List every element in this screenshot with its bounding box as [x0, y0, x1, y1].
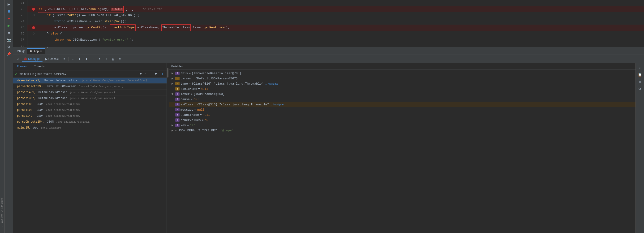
menu-button[interactable]: ≡ — [62, 56, 67, 62]
var-item-othervalues[interactable]: f otherValues = null — [169, 118, 636, 123]
thread-dropdown-icon[interactable]: ▼ — [140, 72, 142, 76]
restart-button[interactable]: ↺ — [15, 56, 21, 62]
side-infinity-button[interactable]: ∞ — [637, 78, 643, 85]
kw-throw: throw — [54, 38, 66, 42]
add-button[interactable]: + — [160, 71, 165, 76]
frame-item-2[interactable]: parse:1401, DefaultJSONParser (com.aliba… — [13, 90, 166, 96]
method-equals: equals — [88, 7, 100, 11]
console-tab-button[interactable]: ▶ Console — [44, 56, 61, 62]
var-item-key[interactable]: ▶ f key = "a" — [169, 123, 636, 128]
expand-this[interactable]: ▶ — [172, 71, 175, 75]
eq-stacktrace: = — [200, 113, 202, 117]
frame-package-5: (com.alibaba.fastjson) — [44, 109, 80, 112]
line-numbers: 71 72 73 74 75 76 77 78 — [13, 0, 28, 47]
exclassname-var: exClassName — [67, 20, 90, 23]
p76-1: } — [47, 32, 51, 36]
line-76-content: } else { — [38, 31, 62, 37]
frame-item-1[interactable]: parseObject:395, DefaultJSONParser (com.… — [13, 84, 166, 90]
resume-button[interactable]: ▶ — [6, 1, 12, 8]
var-item-stacktrace[interactable]: f stackTrace = null — [169, 112, 636, 118]
var-item-cause[interactable]: f cause = null — [169, 97, 636, 102]
frame-item-7[interactable]: parseObject:254, JSON (com.alibaba.fastj… — [13, 119, 166, 125]
debug-body: Frames Threads ✓ "main"@1 in group "main… — [13, 63, 644, 233]
expand-parser[interactable]: ▶ — [172, 76, 175, 80]
pause-button[interactable]: ⏸ — [6, 8, 12, 15]
key-param: key — [101, 7, 107, 11]
frame-location-4: parse:183, — [17, 102, 34, 106]
eq-exclass: = — [194, 103, 196, 106]
frame-item-5[interactable]: parse:193, JSON (com.alibaba.fastjson) — [13, 107, 166, 113]
left-sidebar: ▶ ⏸ ■ ▶ ◉ 📷 ⚙ 📌 — [5, 0, 13, 233]
debug-panel: Debug: 🖥 App × ↺ 🐞 Debugger ▶ Console — [13, 47, 644, 233]
frame-location-6: parse:149, — [17, 114, 34, 118]
thread-up-button[interactable]: ↑ — [143, 72, 147, 76]
varname-lexer: lexer — [180, 92, 190, 96]
frames-view-button[interactable]: ▦ — [110, 56, 116, 62]
expand-type[interactable]: ▶ — [172, 82, 175, 86]
varname-type: type — [180, 82, 188, 86]
main-layout: Z- Structure 2- Favorites ▶ ⏸ ■ ▶ ◉ 📷 ⚙ … — [0, 0, 644, 233]
badge-false: = false — [111, 8, 123, 11]
side-restore-button[interactable]: ↕ — [637, 64, 643, 71]
var-item-message[interactable]: f message = null — [169, 107, 636, 112]
z-structure-label[interactable]: Z- Structure — [0, 197, 4, 213]
step-out-button[interactable]: ⬆ — [84, 56, 90, 62]
step-over-button[interactable]: ⤵ — [70, 56, 75, 62]
eq-cause: = — [191, 98, 192, 101]
frame-item-6[interactable]: parse:149, JSON (com.alibaba.fastjson) — [13, 113, 166, 119]
z-favorites-label[interactable]: 2- Favorites — [0, 213, 4, 228]
frames-tab[interactable]: Frames — [13, 63, 30, 70]
debug-label: Debug: — [16, 50, 25, 53]
content-area: 71 72 73 74 75 76 77 78 — [13, 0, 644, 233]
close-tab-icon[interactable]: × — [40, 50, 42, 53]
var-item-exclass[interactable]: f exClass = {Class@316} "class java.lang… — [169, 102, 636, 107]
parser-ref: parser. — [73, 26, 86, 29]
val-stacktrace: null — [203, 113, 210, 117]
var-item-lexer[interactable]: ▼ f lexer = {JSONScanner@563} — [169, 92, 636, 97]
step-into-button[interactable]: ⬇ — [76, 56, 82, 62]
evaluate-button[interactable]: ✗ — [96, 56, 103, 62]
thread-down-button[interactable]: ↓ — [148, 72, 152, 76]
frame-item-3[interactable]: parse:1367, DefaultJSONParser (com.aliba… — [13, 96, 166, 102]
eq-74: = — [89, 20, 93, 23]
run-button[interactable]: ▶ — [6, 22, 12, 29]
bookmark-76: ⬡ — [32, 31, 35, 37]
expand-othervalues — [172, 118, 175, 122]
expand-key[interactable]: ▶ — [172, 123, 175, 127]
p74: (); — [121, 20, 126, 23]
frame-item-8[interactable]: main:15, App (org.example) — [13, 125, 166, 131]
run-to-cursor-button[interactable]: ↑ — [90, 56, 96, 62]
navigate-exclass[interactable]: ... Navigate — [270, 103, 284, 106]
navigate-type[interactable]: ... Navigate — [265, 82, 278, 85]
side-settings-button[interactable]: ⚙ — [637, 86, 643, 92]
var-item-default-type-key[interactable]: ▶ ∞ JSON.DEFAULT_TYPE_KEY = "@type" — [169, 128, 636, 133]
gutter-71 — [32, 2, 35, 4]
settings2-button[interactable]: ≡ — [117, 56, 122, 62]
line-75-content: exClass = parser.getConfig() .checkAutoT… — [38, 24, 230, 31]
variables-list: ▶ f this = {ThrowableDeserializer@783} ▶… — [169, 70, 636, 233]
coverage-button[interactable]: ◉ — [6, 29, 12, 36]
expand-lexer[interactable]: ▼ — [172, 92, 175, 96]
cls-jsonexception: JSONException — [73, 38, 96, 42]
filter-button[interactable]: ▼ — [153, 72, 159, 76]
stop-button[interactable]: ■ — [6, 15, 12, 22]
trace-button[interactable]: ↕ — [104, 56, 109, 62]
frame-item-0[interactable]: deserialze:72, ThrowableDeserializer (co… — [13, 78, 166, 84]
debug-app-label: App — [34, 50, 39, 53]
settings-button[interactable]: ⚙ — [6, 44, 12, 50]
expand-default-type-key[interactable]: ▶ — [172, 128, 175, 132]
var-item-this[interactable]: ▶ f this = {ThrowableDeserializer@783} — [169, 71, 636, 76]
varname-fieldname: fieldName — [180, 87, 197, 91]
pin-button[interactable]: 📌 — [6, 50, 12, 57]
frame-item-4[interactable]: parse:183, JSON (com.alibaba.fastjson) — [13, 102, 166, 107]
var-item-type[interactable]: ▶ p type = {Class@316} "class java.lang.… — [169, 81, 636, 86]
side-copy-button[interactable]: 📋 — [637, 71, 643, 78]
exclass-var: exClass — [54, 26, 69, 29]
threads-tab[interactable]: Threads — [30, 63, 48, 70]
var-item-fieldname[interactable]: p fieldName = null — [169, 86, 636, 92]
icon-exclass: f — [175, 103, 180, 106]
camera-button[interactable]: 📷 — [6, 36, 12, 43]
var-item-parser[interactable]: ▶ p parser = {DefaultJSONParser@567} — [169, 76, 636, 81]
debugger-tab-button[interactable]: 🐞 Debugger — [22, 56, 42, 62]
closing-brace: ) { — [126, 7, 133, 11]
